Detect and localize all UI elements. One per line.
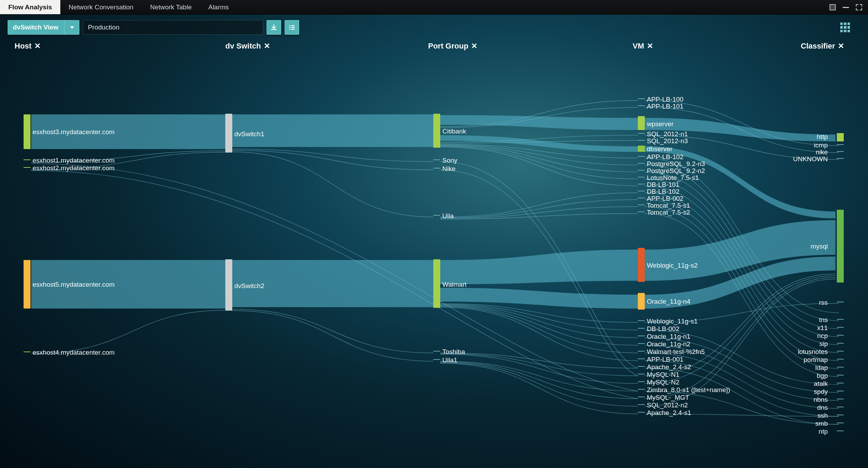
toolbar: dvSwitch View Production	[0, 15, 868, 40]
close-icon[interactable]: ✕	[838, 42, 844, 51]
svg-rect-0	[843, 7, 849, 8]
close-icon[interactable]: ✕	[471, 42, 477, 51]
close-icon[interactable]: ✕	[34, 42, 41, 51]
svg-point-3	[289, 27, 290, 28]
apps-grid-icon[interactable]	[840, 23, 850, 32]
list-icon	[288, 24, 295, 31]
window-minimize-icon[interactable]	[842, 3, 850, 11]
svg-rect-2	[291, 25, 295, 26]
svg-rect-6	[291, 29, 295, 29]
scope-input-value: Production	[88, 24, 120, 31]
tab-bar: Flow Analysis Network Conversation Netwo…	[0, 0, 868, 15]
tab-network-table[interactable]: Network Table	[142, 0, 200, 14]
svg-point-5	[289, 28, 290, 29]
sankey-diagram: .band{fill:#4a9fb5;opacity:.70} .thin{st…	[0, 55, 868, 465]
svg-point-1	[289, 25, 290, 26]
col-header-dvswitch[interactable]: dv Switch ✕	[225, 42, 270, 51]
close-icon[interactable]: ✕	[264, 42, 270, 51]
download-button[interactable]	[267, 20, 281, 35]
tab-network-conversation[interactable]: Network Conversation	[60, 0, 142, 14]
sankey-column-headers: Host ✕ dv Switch ✕ Port Group ✕ VM ✕ Cla…	[0, 42, 868, 55]
col-header-classifier[interactable]: Classifier ✕	[801, 42, 844, 51]
scope-input[interactable]: Production	[83, 20, 263, 35]
col-header-host[interactable]: Host ✕	[15, 42, 41, 51]
download-icon	[270, 24, 277, 31]
tab-alarms[interactable]: Alarms	[200, 0, 237, 14]
window-stop-icon[interactable]	[828, 3, 837, 11]
window-maximize-icon[interactable]	[855, 3, 863, 11]
tab-flow-analysis[interactable]: Flow Analysis	[0, 0, 60, 14]
view-selector-label: dvSwitch View	[13, 24, 59, 31]
list-view-button[interactable]	[285, 20, 299, 35]
view-selector-button[interactable]: dvSwitch View	[8, 20, 79, 35]
chevron-down-icon	[70, 26, 74, 29]
col-header-portgroup[interactable]: Port Group ✕	[428, 42, 477, 51]
svg-rect-4	[291, 27, 295, 28]
close-icon[interactable]: ✕	[647, 42, 653, 51]
col-header-vm[interactable]: VM ✕	[633, 42, 653, 51]
